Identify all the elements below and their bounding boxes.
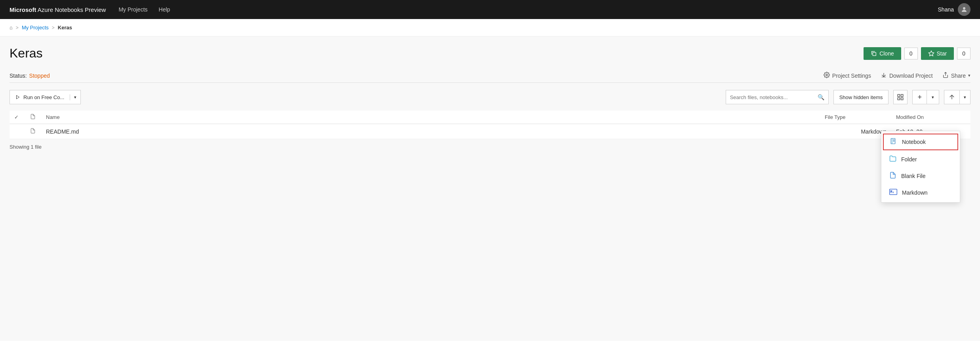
nav-links: My Projects Help	[118, 6, 938, 13]
title-row: Keras Clone 0 Star 0	[10, 46, 970, 61]
search-box: 🔍	[726, 90, 829, 104]
avatar	[958, 3, 970, 16]
col-icon-header	[25, 111, 41, 124]
new-button-group: + ▾	[912, 90, 939, 104]
navbar: Microsoft Azure Notebooks Preview My Pro…	[0, 0, 980, 19]
share-chevron: ▾	[968, 73, 970, 78]
home-icon[interactable]: ⌂	[10, 25, 13, 31]
blank-file-icon	[889, 172, 896, 180]
col-check-header: ✓	[10, 111, 25, 124]
download-icon	[881, 72, 887, 79]
run-button-group[interactable]: Run on Free Co... ▾	[10, 90, 81, 104]
row-check[interactable]	[10, 124, 25, 139]
dropdown-item-notebook[interactable]: Notebook	[883, 134, 958, 150]
col-name-header: Name	[41, 111, 820, 124]
status-info: Status: Stopped	[10, 73, 50, 79]
download-project-label: Download Project	[889, 73, 933, 79]
share-icon	[942, 72, 949, 79]
folder-icon	[889, 155, 896, 164]
status-row: Status: Stopped Project Settings Downloa…	[10, 69, 970, 83]
toolbar: Run on Free Co... ▾ 🔍 Show hidden items …	[10, 90, 970, 104]
svg-rect-9	[901, 98, 903, 100]
brand-rest: Azure Notebooks Preview	[36, 6, 106, 13]
table-row: README.md Markdown Feb 10, 20	[10, 124, 970, 139]
upload-button-group: ▾	[944, 90, 970, 104]
svg-text:M↓: M↓	[890, 190, 894, 194]
file-table: ✓ Name File Type Modified On README.md M…	[10, 111, 970, 139]
markdown-icon: M↓	[889, 188, 897, 197]
new-chevron-icon: ▾	[932, 95, 934, 100]
dropdown-item-blank-file[interactable]: Blank File	[881, 168, 960, 184]
user-menu[interactable]: Shana	[938, 3, 970, 16]
project-settings-label: Project Settings	[832, 73, 871, 79]
dropdown-markdown-label: Markdown	[902, 189, 928, 196]
star-button[interactable]: Star	[921, 47, 954, 60]
breadcrumb: ⌂ > My Projects > Keras	[0, 19, 980, 36]
new-item-dropdown: Notebook Folder Blank File M↓ Markdown	[881, 131, 960, 203]
svg-marker-2	[929, 51, 934, 56]
nav-help[interactable]: Help	[159, 6, 170, 13]
status-actions: Project Settings Download Project Share …	[824, 72, 970, 79]
download-project-action[interactable]: Download Project	[881, 72, 933, 79]
run-dropdown-button[interactable]: ▾	[70, 95, 80, 100]
breadcrumb-my-projects[interactable]: My Projects	[22, 25, 49, 31]
notebook-icon	[890, 138, 897, 146]
col-filetype-header: File Type	[820, 111, 891, 124]
svg-rect-8	[898, 98, 900, 100]
search-input[interactable]	[730, 94, 818, 100]
row-icon	[25, 124, 41, 139]
new-dropdown-button[interactable]: ▾	[927, 90, 939, 104]
check-icon: ✓	[14, 114, 19, 120]
run-main-button[interactable]: Run on Free Co...	[10, 94, 70, 100]
status-label: Status:	[10, 73, 27, 79]
settings-icon	[824, 72, 830, 79]
brand-bold: Microsoft	[10, 6, 36, 13]
svg-marker-5	[17, 96, 19, 99]
dropdown-folder-label: Folder	[901, 156, 917, 163]
new-item-button[interactable]: +	[913, 90, 927, 104]
clone-button[interactable]: Clone	[864, 47, 901, 60]
new-plus-icon: +	[917, 93, 922, 101]
dropdown-notebook-label: Notebook	[902, 139, 926, 145]
project-settings-action[interactable]: Project Settings	[824, 72, 871, 79]
svg-rect-6	[898, 94, 900, 96]
breadcrumb-sep2: >	[52, 25, 55, 31]
search-icon: 🔍	[818, 94, 824, 100]
svg-rect-7	[901, 94, 903, 96]
star-count: 0	[957, 48, 970, 59]
col-modified-header: Modified On	[891, 111, 970, 124]
breadcrumb-sep1: >	[16, 25, 19, 31]
upload-dropdown-button[interactable]: ▾	[959, 90, 970, 104]
run-chevron-icon: ▾	[74, 95, 76, 100]
run-label: Run on Free Co...	[23, 94, 64, 100]
upload-chevron-icon: ▾	[964, 95, 966, 100]
grid-view-button[interactable]	[893, 90, 908, 104]
main-content: Keras Clone 0 Star 0 Status: Stopped	[0, 36, 980, 341]
status-value: Stopped	[29, 73, 50, 79]
nav-my-projects[interactable]: My Projects	[118, 6, 147, 13]
file-count: Showing 1 file	[10, 139, 970, 155]
row-name[interactable]: README.md	[41, 124, 820, 139]
clone-count: 0	[904, 48, 918, 59]
clone-label: Clone	[879, 50, 894, 57]
dropdown-blank-file-label: Blank File	[901, 173, 925, 179]
dropdown-item-folder[interactable]: Folder	[881, 151, 960, 168]
row-filetype: Markdown	[820, 124, 891, 139]
show-hidden-button[interactable]: Show hidden items	[833, 90, 889, 104]
table-header-row: ✓ Name File Type Modified On	[10, 111, 970, 124]
svg-rect-1	[873, 52, 876, 56]
breadcrumb-current: Keras	[58, 25, 72, 31]
star-label: Star	[937, 50, 947, 57]
share-action[interactable]: Share ▾	[942, 72, 970, 79]
upload-button[interactable]	[944, 90, 959, 104]
project-title: Keras	[10, 46, 43, 61]
svg-point-0	[963, 7, 965, 10]
svg-point-3	[826, 74, 827, 76]
brand: Microsoft Azure Notebooks Preview	[10, 6, 106, 13]
dropdown-item-markdown[interactable]: M↓ Markdown	[881, 184, 960, 201]
share-label: Share	[951, 73, 966, 79]
title-actions: Clone 0 Star 0	[864, 47, 970, 60]
svg-rect-10	[891, 138, 895, 144]
user-name: Shana	[938, 6, 954, 13]
